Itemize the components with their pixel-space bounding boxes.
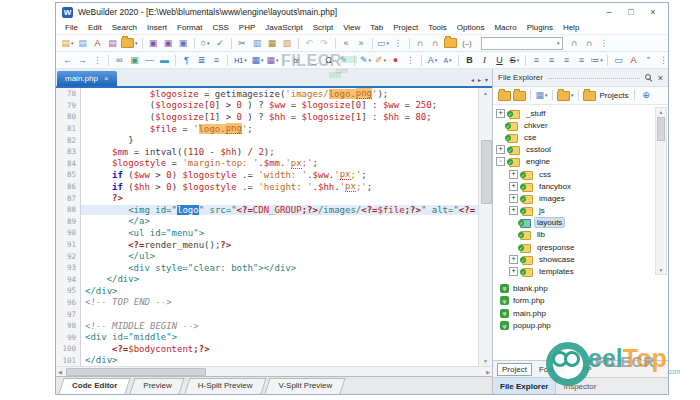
tree-item-templates[interactable]: +templates [493,265,668,277]
expand-icon[interactable]: + [509,182,518,191]
code-line-87[interactable]: 87?> [56,192,478,204]
code-line-101[interactable]: 101</div> [56,355,478,366]
menu-insert[interactable]: Insert [142,23,172,32]
tab-scroll-left-icon[interactable]: ◂ [471,76,474,83]
toolbar-overflow-icon[interactable]: ⋮ [392,37,405,50]
horizontal-scroll-thumb[interactable] [66,368,206,376]
table-wizard-icon[interactable]: ▦▾ [266,54,279,67]
toolbar-overflow-2-icon[interactable]: ⋮ [598,37,611,50]
code-line-86[interactable]: 86if ($hh > 0) $logostyle .= 'height: '.… [56,181,478,193]
collapse-icon[interactable]: - [496,157,505,166]
file-item-form.php[interactable]: φform.php [493,295,668,308]
save-as-icon[interactable]: ▣ [177,37,190,50]
clipboard-icon[interactable]: ▧ [281,37,294,50]
scroll-up-icon[interactable]: ▲ [479,90,492,96]
heading-icon[interactable]: H1▾ [232,54,249,67]
dropdown-arrow-icon[interactable]: ▾ [207,37,210,50]
paste-icon[interactable]: ▦ [266,37,279,50]
vertical-scroll-thumb[interactable] [481,140,492,204]
code-snippet-icon[interactable]: (--) [459,37,476,50]
mode-tab-v-split-preview[interactable]: V-Split Preview [265,377,345,394]
dropdown-arrow-icon[interactable]: ▾ [387,37,390,50]
tree-item-images[interactable]: +images [493,192,668,204]
menu-project[interactable]: Project [388,23,423,32]
special-character-icon[interactable]: Ω [322,54,335,67]
open-folder-icon[interactable]: ▾ [557,89,574,102]
browser-preview-icon[interactable]: ▭▾ [377,37,390,50]
dropdown-arrow-icon[interactable]: ▾ [449,54,452,67]
code-line-80[interactable]: 80($logosize[1] > 0 ) ? $hh = $logosize[… [56,111,478,123]
browse-web-icon[interactable]: ⊕ [639,89,652,102]
dropdown-arrow-icon[interactable]: ▾ [71,37,74,50]
undo-icon[interactable]: ↶ [303,37,316,50]
expand-icon[interactable]: + [509,267,518,276]
color-picker-icon[interactable]: ● [389,54,402,67]
code-line-98[interactable]: 98<!-- MIDDLE BEGIN --> [56,320,478,332]
tree-scroll-thumb[interactable] [657,117,665,141]
code-line-99[interactable]: 99<div id="middle"> [56,331,478,343]
tab-list-icon[interactable]: ▾ [485,76,488,83]
replace-in-files-icon[interactable]: ∩ [429,37,442,50]
tab-scroll-right-icon[interactable]: ▸ [478,76,481,83]
code-line-81[interactable]: 81$file = 'logo.png'; [56,123,478,135]
tree-item-layouts[interactable]: layouts [493,217,668,229]
open-folder-icon[interactable]: ▾ [121,37,138,50]
dropdown-arrow-icon[interactable]: ▾ [384,54,387,67]
tab-main-php[interactable]: main.php × [57,71,117,86]
align-center-icon[interactable]: ≡ [545,54,558,67]
format-painter-icon[interactable]: ✐▾ [374,54,387,67]
redo-icon[interactable]: ↷ [318,37,331,50]
menu-tab[interactable]: Tab [365,23,388,32]
editor-horizontal-scrollbar[interactable]: ◀ ▶ [56,366,492,376]
expand-icon[interactable]: + [509,206,518,215]
scroll-right-icon[interactable]: ▶ [486,367,490,376]
mode-tab-h-split-preview[interactable]: H-Split Preview [185,377,266,394]
panel-tab-inspector[interactable]: Inspector [556,378,603,394]
file-item-popup.php[interactable]: φpopup.php [493,320,668,333]
search-box[interactable]: ▾ [481,37,563,50]
underline-icon[interactable]: U [493,54,506,67]
dropdown-arrow-icon[interactable]: ▾ [276,54,279,67]
expand-icon[interactable]: + [496,109,505,118]
font-increase-icon[interactable]: A▾ [426,54,439,67]
projects-icon[interactable] [583,89,596,102]
expand-icon[interactable]: + [509,255,518,264]
toolbar-overflow-4-icon[interactable]: ⋮ [404,54,417,67]
tab-close-icon[interactable]: × [104,74,109,83]
editor-vertical-scrollbar[interactable]: ▲ ▼ [478,88,492,366]
bold-icon[interactable]: B [463,54,476,67]
tree-item-csstool[interactable]: +csstool [493,144,668,156]
menu-script[interactable]: Script [308,23,338,32]
menu-edit[interactable]: Edit [83,23,107,32]
code-line-83[interactable]: 83$mm = intval((110 - $hh) / 2); [56,146,478,158]
dropdown-arrow-icon[interactable]: ▾ [261,54,264,67]
find-next-icon[interactable]: ∩ [568,37,581,50]
menu-tools[interactable]: Tools [423,23,452,32]
cut-icon[interactable]: ✂ [236,37,249,50]
navigate-back-icon[interactable]: ← [61,54,74,67]
menu-plugins[interactable]: Plugins [522,23,558,32]
non-breaking-space-icon[interactable]: ‿ [307,54,320,67]
paragraph-icon[interactable]: ¶ [180,54,193,67]
toolbar-overflow-3-icon[interactable]: ⋮ [91,54,104,67]
highlight-color-icon[interactable]: ✎▾ [359,54,372,67]
code-line-84[interactable]: 84$logostyle = 'margin-top: '.$mm.'px;'; [56,158,478,170]
group-tab-project[interactable]: Project [497,363,532,376]
dropdown-arrow-icon[interactable]: ▾ [517,54,520,67]
group-tab-ftp[interactable]: FTP [573,364,596,375]
tree-scroll-up-icon[interactable]: ▲ [656,109,666,115]
align-right-icon[interactable]: ≡ [560,54,573,67]
pin-icon[interactable] [645,74,653,82]
code-line-79[interactable]: 79($logosize[0] > 0 ) ? $ww = $logosize[… [56,100,478,112]
validate-markup-icon[interactable]: A [627,54,640,67]
panel-close-icon[interactable]: × [658,73,663,83]
menu-search[interactable]: Search [107,23,142,32]
tree-item-fancybox[interactable]: +fancybox [493,180,668,192]
menu-javascript[interactable]: JavaScript [260,23,307,32]
line-break-icon[interactable]: br [288,54,305,67]
mode-tab-preview[interactable]: Preview [130,377,184,394]
find-icon[interactable]: ○▾ [199,37,212,50]
code-line-82[interactable]: 82} [56,134,478,146]
file-item-blank.php[interactable]: φblank.php [493,282,668,295]
menu-macro[interactable]: Macro [489,23,521,32]
